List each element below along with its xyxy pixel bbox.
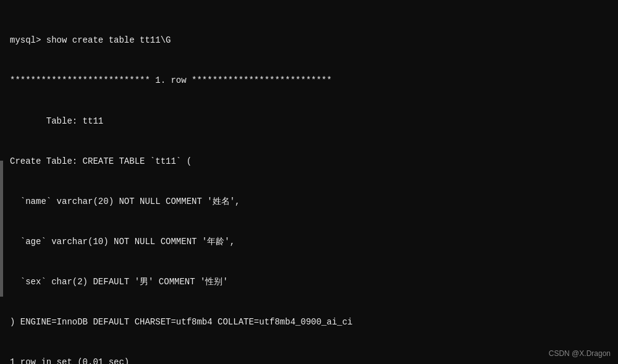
line-6: `age` varchar(10) NOT NULL COMMENT '年龄', — [10, 235, 608, 249]
line-2: *************************** 1. row *****… — [10, 74, 608, 88]
scroll-bar[interactable] — [0, 161, 3, 297]
line-9: 1 row in set (0.01 sec) — [10, 356, 608, 364]
terminal-content: mysql> show create table tt11\G ********… — [10, 7, 608, 364]
line-1: mysql> show create table tt11\G — [10, 34, 608, 48]
terminal-window: mysql> show create table tt11\G ********… — [0, 0, 618, 364]
line-7: `sex` char(2) DEFAULT '男' COMMENT '性别' — [10, 276, 608, 289]
line-4: Create Table: CREATE TABLE `tt11` ( — [10, 155, 608, 169]
line-5: `name` varchar(20) NOT NULL COMMENT '姓名'… — [10, 195, 608, 209]
line-3: Table: tt11 — [10, 115, 608, 129]
line-8: ) ENGINE=InnoDB DEFAULT CHARSET=utf8mb4 … — [10, 316, 608, 329]
watermark: CSDN @X.Dragon — [549, 349, 611, 358]
